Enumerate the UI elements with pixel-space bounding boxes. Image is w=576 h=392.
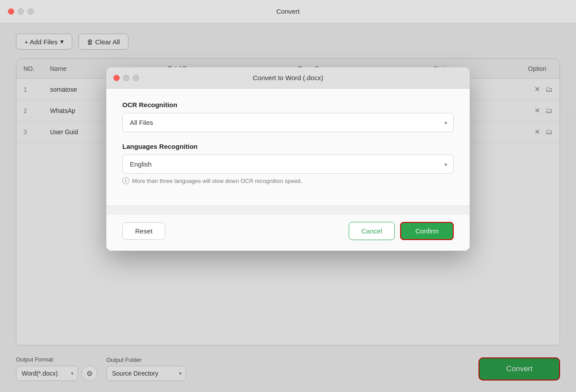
traffic-lights xyxy=(8,8,34,15)
confirm-button[interactable]: Confirm xyxy=(400,222,454,240)
cancel-button[interactable]: Cancel xyxy=(349,222,395,240)
modal-right-buttons: Cancel Confirm xyxy=(349,222,454,240)
lang-select-wrapper: English Chinese Japanese Korean French G… xyxy=(122,155,454,174)
maximize-button[interactable] xyxy=(27,8,34,15)
modal-hint: i More than three languages will slow do… xyxy=(122,177,454,184)
modal-close-button[interactable] xyxy=(113,75,120,81)
modal-title-bar: Convert to Word (.docx) xyxy=(106,67,470,89)
modal-body: OCR Recognition All Files Only Scanned P… xyxy=(106,89,470,206)
modal-footer: Reset Cancel Confirm xyxy=(106,215,470,251)
lang-select[interactable]: English Chinese Japanese Korean French G… xyxy=(122,155,454,174)
minimize-button[interactable] xyxy=(18,8,24,15)
modal-overlay: Convert to Word (.docx) OCR Recognition … xyxy=(0,23,576,392)
ocr-select-wrapper: All Files Only Scanned PDF None xyxy=(122,113,454,132)
modal-divider xyxy=(106,206,470,206)
ocr-select[interactable]: All Files Only Scanned PDF None xyxy=(122,113,454,132)
modal-title: Convert to Word (.docx) xyxy=(253,74,323,82)
modal-minimize-button[interactable] xyxy=(123,75,129,81)
modal-maximize-button[interactable] xyxy=(133,75,139,81)
app-title: Convert xyxy=(276,8,300,15)
reset-button[interactable]: Reset xyxy=(122,222,165,240)
info-icon: i xyxy=(122,177,129,184)
close-button[interactable] xyxy=(8,8,14,15)
modal-traffic-lights xyxy=(113,75,139,81)
modal-dialog: Convert to Word (.docx) OCR Recognition … xyxy=(106,67,470,251)
ocr-label: OCR Recognition xyxy=(122,101,454,109)
title-bar: Convert xyxy=(0,0,576,23)
lang-label: Languages Recognition xyxy=(122,143,454,150)
hint-text: More than three languages will slow down… xyxy=(132,178,302,184)
